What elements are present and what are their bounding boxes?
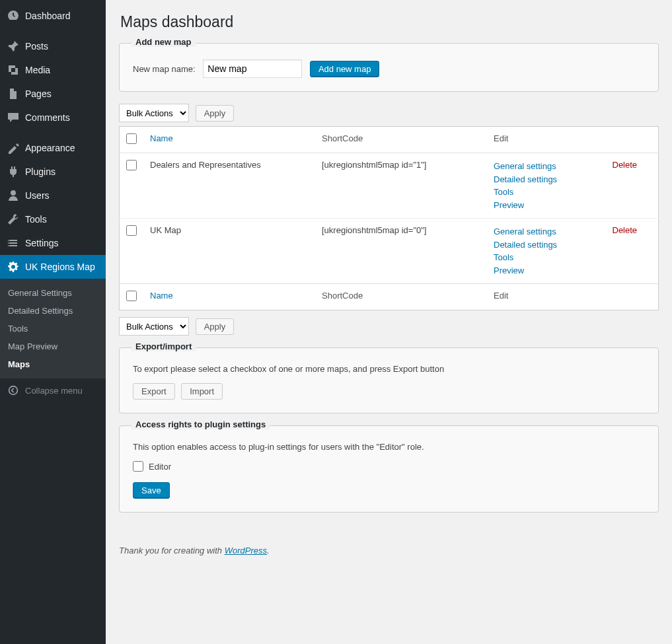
- sidebar-item-pages[interactable]: Pages: [0, 82, 106, 106]
- bulk-actions-select-top[interactable]: Bulk Actions: [119, 104, 189, 122]
- new-map-label: New map name:: [133, 64, 196, 74]
- apply-button-top[interactable]: Apply: [196, 105, 235, 122]
- main-content: Maps dashboard Add new map New map name:…: [106, 0, 672, 644]
- table-row: Dealers and Representatives[ukregionshtm…: [120, 153, 659, 219]
- plugin-icon: [7, 165, 20, 178]
- export-button[interactable]: Export: [133, 383, 175, 400]
- wp-footer: Thank you for creating with WordPress.: [119, 546, 659, 555]
- col-header-shortcode: ShortCode: [315, 127, 487, 153]
- row-checkbox[interactable]: [126, 225, 137, 236]
- sidebar-item-label: Users: [25, 190, 50, 201]
- row-shortcode: [ukregionshtml5map id="0"]: [315, 219, 487, 284]
- pin-icon: [7, 40, 20, 53]
- add-new-map-button[interactable]: Add new map: [310, 61, 380, 77]
- row-shortcode: [ukregionshtml5map id="1"]: [315, 153, 487, 219]
- page-title: Maps dashboard: [120, 13, 659, 31]
- sidebar-item-posts[interactable]: Posts: [0, 34, 106, 58]
- row-action-link[interactable]: Detailed settings: [494, 238, 599, 252]
- row-action-link[interactable]: Tools: [494, 186, 599, 199]
- dashboard-icon: [7, 9, 20, 22]
- delete-link[interactable]: Delete: [613, 160, 638, 170]
- access-rights-legend: Access rights to plugin settings: [131, 419, 270, 429]
- sidebar-item-users[interactable]: Users: [0, 184, 106, 207]
- sidebar-item-label: Comments: [25, 112, 70, 123]
- sidebar-item-label: Settings: [25, 238, 59, 248]
- export-import-fieldset: Export/import To export please select a …: [119, 347, 659, 413]
- footer-text-after: .: [267, 546, 270, 555]
- sidebar-item-label: Tools: [25, 214, 47, 225]
- tablenav-top: Bulk Actions Apply: [119, 104, 659, 122]
- row-action-link[interactable]: Preview: [494, 199, 599, 212]
- access-rights-text: This option enables access to plug-in se…: [133, 442, 645, 452]
- sidebar-item-media[interactable]: Media: [0, 58, 106, 82]
- save-button[interactable]: Save: [133, 482, 170, 499]
- collapse-menu[interactable]: Collapse menu: [0, 378, 106, 402]
- select-all-top-checkbox[interactable]: [126, 133, 137, 144]
- export-import-legend: Export/import: [131, 341, 196, 351]
- sidebar-submenu: General Settings Detailed Settings Tools…: [0, 279, 106, 378]
- row-action-link[interactable]: Detailed settings: [494, 173, 599, 186]
- editor-checkbox-label[interactable]: Editor: [133, 461, 645, 472]
- row-action-link[interactable]: General settings: [494, 225, 599, 238]
- sidebar-item-label: Media: [25, 65, 50, 75]
- sidebar-item-uk-regions-map[interactable]: UK Regions Map: [0, 255, 106, 279]
- col-footer-edit: Edit: [487, 284, 606, 310]
- export-import-text: To export please select a checkbox of on…: [133, 364, 645, 374]
- collapse-label: Collapse menu: [25, 386, 83, 396]
- wordpress-link[interactable]: WordPress: [225, 546, 267, 555]
- gear-icon: [7, 260, 20, 273]
- editor-label-text: Editor: [149, 462, 171, 472]
- import-button[interactable]: Import: [181, 383, 223, 400]
- delete-link[interactable]: Delete: [613, 225, 638, 235]
- add-new-map-fieldset: Add new map New map name: Add new map: [119, 43, 659, 92]
- sidebar-item-label: UK Regions Map: [25, 262, 95, 272]
- sidebar-item-label: Pages: [25, 89, 52, 99]
- new-map-name-input[interactable]: [203, 59, 302, 78]
- sidebar-item-plugins[interactable]: Plugins: [0, 160, 106, 184]
- select-all-bottom-checkbox[interactable]: [126, 291, 137, 301]
- tools-icon: [7, 213, 20, 226]
- add-new-map-legend: Add new map: [131, 37, 196, 47]
- appearance-icon: [7, 141, 20, 155]
- submenu-map-preview[interactable]: Map Preview: [0, 338, 106, 355]
- col-footer-name[interactable]: Name: [143, 284, 315, 310]
- footer-text-before: Thank you for creating with: [119, 546, 225, 555]
- row-actions: General settingsDetailed settingsToolsPr…: [487, 153, 606, 219]
- row-name: UK Map: [143, 219, 315, 284]
- sidebar-item-label: Appearance: [25, 143, 75, 153]
- row-action-link[interactable]: Preview: [494, 264, 599, 277]
- col-header-edit: Edit: [487, 127, 606, 153]
- submenu-tools[interactable]: Tools: [0, 320, 106, 338]
- sidebar-item-tools[interactable]: Tools: [0, 207, 106, 231]
- sidebar-item-settings[interactable]: Settings: [0, 231, 106, 255]
- sidebar-item-appearance[interactable]: Appearance: [0, 136, 106, 160]
- table-row: UK Map[ukregionshtml5map id="0"]General …: [120, 219, 659, 284]
- row-actions: General settingsDetailed settingsToolsPr…: [487, 219, 606, 284]
- col-header-name[interactable]: Name: [143, 127, 315, 153]
- access-rights-fieldset: Access rights to plugin settings This op…: [119, 425, 659, 513]
- apply-button-bottom[interactable]: Apply: [196, 318, 235, 335]
- row-action-link[interactable]: Tools: [494, 251, 599, 264]
- row-checkbox[interactable]: [126, 160, 137, 170]
- editor-checkbox[interactable]: [133, 461, 143, 472]
- col-footer-shortcode: ShortCode: [315, 284, 487, 310]
- sidebar-item-label: Posts: [25, 41, 48, 52]
- pages-icon: [7, 87, 20, 100]
- users-icon: [7, 189, 20, 202]
- row-name: Dealers and Representatives: [143, 153, 315, 219]
- tablenav-bottom: Bulk Actions Apply: [119, 317, 659, 336]
- sidebar-item-label: Plugins: [25, 166, 56, 177]
- sidebar-item-dashboard[interactable]: Dashboard: [0, 4, 106, 28]
- submenu-general-settings[interactable]: General Settings: [0, 284, 106, 302]
- row-action-link[interactable]: General settings: [494, 160, 599, 173]
- sidebar-item-comments[interactable]: Comments: [0, 106, 106, 129]
- sidebar-item-label: Dashboard: [25, 11, 71, 21]
- submenu-detailed-settings[interactable]: Detailed Settings: [0, 302, 106, 320]
- maps-table: Name ShortCode Edit Dealers and Represen…: [119, 126, 659, 310]
- bulk-actions-select-bottom[interactable]: Bulk Actions: [119, 317, 189, 336]
- collapse-icon: [7, 384, 20, 397]
- submenu-maps[interactable]: Maps: [0, 355, 106, 373]
- media-icon: [7, 63, 20, 77]
- comments-icon: [7, 111, 20, 124]
- admin-sidebar: Dashboard Posts Media Pages Comments App…: [0, 0, 106, 644]
